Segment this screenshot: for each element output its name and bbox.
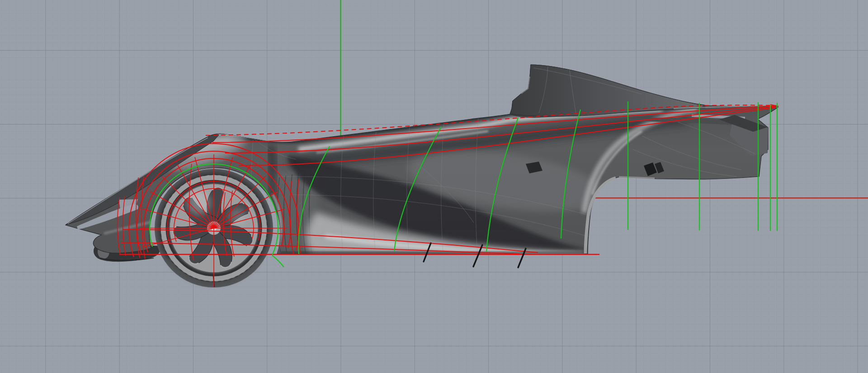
modeling-viewport[interactable] <box>0 0 868 373</box>
